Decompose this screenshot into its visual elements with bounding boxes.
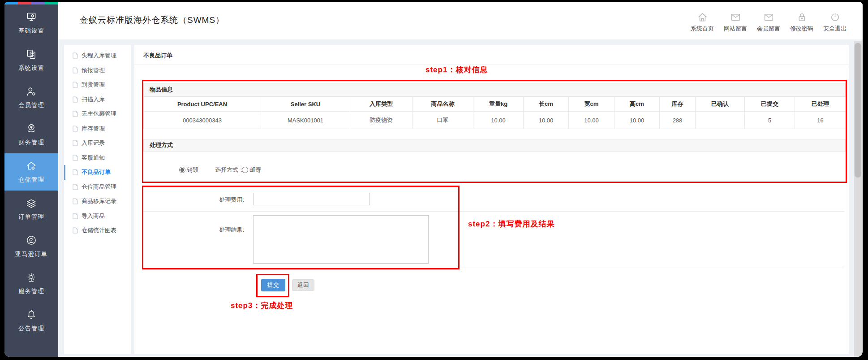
cell-submitted: 5 [745,112,795,129]
document-icon [73,52,78,59]
sidebar-item-order-management[interactable]: 订单管理 [4,191,58,228]
topbar-link-home[interactable]: 系统首页 [691,12,714,33]
app-title: 金蚁云标准版海外仓系统（SWMS） [80,14,224,26]
cell-inbound-type: 防疫物资 [350,112,413,129]
col-seller-sku: Seller SKU [261,97,350,112]
menu-item-label: 仓储统计图表 [82,226,116,234]
sidebar-item-label: 系统设置 [18,64,44,72]
topbar-link-change-password[interactable]: 修改密码 [790,12,813,33]
topbar-link-label: 网站留言 [724,25,747,33]
result-label: 处理结果: [143,226,244,234]
vertical-scrollbar [854,41,862,357]
sidebar-item-label: 财务管理 [18,139,44,147]
menu-item-first-leg-inbound[interactable]: 头程入库管理 [64,48,131,63]
menu-item-label: 扫描入库 [82,95,105,104]
document-icon [73,227,78,234]
warehouse-gear-icon [26,160,37,172]
cell-width: 10.00 [569,112,614,129]
strip-red [18,2,31,4]
menu-item-unclaimed-packages[interactable]: 无主包裹管理 [64,107,131,121]
fee-input[interactable] [253,193,370,205]
annotation-step2: step2：填写费用及结果 [468,219,554,229]
menu-item-inbound-records[interactable]: 入库记录 [64,136,131,151]
topbar-link-logout[interactable]: 安全退出 [823,12,847,33]
col-inbound-type: 入库类型 [350,97,413,112]
home-icon [697,12,708,23]
menu-item-label: 预报管理 [82,66,105,74]
user-gear-icon [26,86,37,97]
annotation-step1: step1：核对信息 [425,65,488,75]
sidebar-item-label: 基础设置 [18,27,44,35]
scrollbar-thumb[interactable] [855,43,861,178]
sidebar-item-basic-settings[interactable]: 基础设置 [4,4,58,42]
col-width: 宽cm [569,97,614,112]
col-upc: Product UPC/EAN [144,97,261,112]
menu-item-warehouse-statistics[interactable]: 仓储统计图表 [64,223,131,238]
sidebar-item-member-management[interactable]: 会员管理 [4,79,58,116]
main-panel: 不良品订单 step1：核对信息 物品信息 Product UPC/EAN Se… [134,45,849,354]
menu-item-inventory[interactable]: 库存管理 [64,121,131,136]
sidebar-item-system-settings[interactable]: 系统设置 [4,42,58,79]
menu-item-bin-products[interactable]: 仓位商品管理 [64,180,131,195]
menu-item-label: 入库记录 [82,139,105,147]
cell-processed: 16 [795,112,846,129]
menu-item-defective-orders[interactable]: 不良品订单 [64,165,131,180]
fee-row: 处理费用: [143,187,844,212]
menu-item-label: 库存管理 [82,125,105,133]
warehouse-submenu: 头程入库管理 预报管理 到货管理 扫描入库 无主包裹管理 库存管理 入库记录 客… [64,45,131,354]
cell-stock: 288 [660,112,696,129]
radio-option-mail[interactable]: 邮寄 [242,166,261,174]
back-button[interactable]: 返回 [292,279,314,291]
document-icon [73,67,78,74]
document-icon [73,111,78,117]
col-stock: 库存 [660,97,696,112]
amazon-icon [26,234,37,246]
topbar-link-label: 修改密码 [790,25,813,33]
result-textarea[interactable] [253,215,429,264]
menu-item-label: 商品移库记录 [82,197,116,205]
sidebar-item-warehouse-management[interactable]: 仓储管理 [4,153,58,191]
menu-item-arrival[interactable]: 到货管理 [64,78,131,92]
sidebar-item-label: 服务管理 [18,287,44,295]
lock-icon [796,12,808,23]
layers-icon [26,197,37,209]
topbar-links: 系统首页 网站留言 会员留言 修改密码 安全退出 [691,12,847,33]
col-confirmed: 已确认 [696,97,745,112]
menu-item-label: 无主包裹管理 [82,110,116,118]
topbar-link-label: 系统首页 [691,25,714,33]
cell-confirmed [696,112,745,129]
cell-upc: 000343000343 [144,112,261,129]
sidebar-item-service-management[interactable]: 服务管理 [4,265,58,302]
topbar-link-site-messages[interactable]: 网站留言 [724,12,747,33]
document-icon [73,155,78,161]
monitor-gear-icon [26,11,37,23]
sidebar-item-amazon-orders[interactable]: 亚马逊订单 [4,228,58,265]
document-icon [73,82,78,88]
document-icon [73,169,78,175]
menu-item-product-transfer-records[interactable]: 商品移库记录 [64,194,131,209]
strip-teal [45,2,58,4]
strip-blue [4,2,18,4]
sidebar-item-announcement-management[interactable]: 公告管理 [4,302,58,339]
cell-seller-sku: MASK001001 [261,112,350,129]
col-product-name: 商品名称 [413,97,473,112]
app-window: 基础设置 系统设置 会员管理 财务管理 仓储管理 订单管理 亚马逊订单 服务管 [4,2,863,357]
col-weight: 重量kg [473,97,524,112]
topbar-link-member-messages[interactable]: 会员留言 [757,12,780,33]
header: 金蚁云标准版海外仓系统（SWMS） 系统首页 网站留言 会员留言 修改密码 安全… [58,2,863,39]
cell-length: 10.00 [524,112,569,129]
power-icon [829,12,841,23]
panel-title: 不良品订单 [143,52,172,60]
menu-item-forecast[interactable]: 预报管理 [64,63,131,78]
topbar-link-label: 安全退出 [823,25,847,33]
submit-button[interactable]: 提交 [261,279,285,291]
mail-icon [730,12,741,23]
sidebar-item-finance-management[interactable]: 财务管理 [4,116,58,153]
menu-item-import-products[interactable]: 导入商品 [64,209,131,224]
topbar-link-label: 会员留言 [757,25,780,33]
mail-icon [763,12,774,23]
brand-color-strip [4,2,58,4]
menu-item-service-notice[interactable]: 客服通知 [64,151,131,165]
table-row: 000343000343 MASK001001 防疫物资 口罩 10.00 10… [144,112,846,129]
menu-item-scan-inbound[interactable]: 扫描入库 [64,92,131,107]
